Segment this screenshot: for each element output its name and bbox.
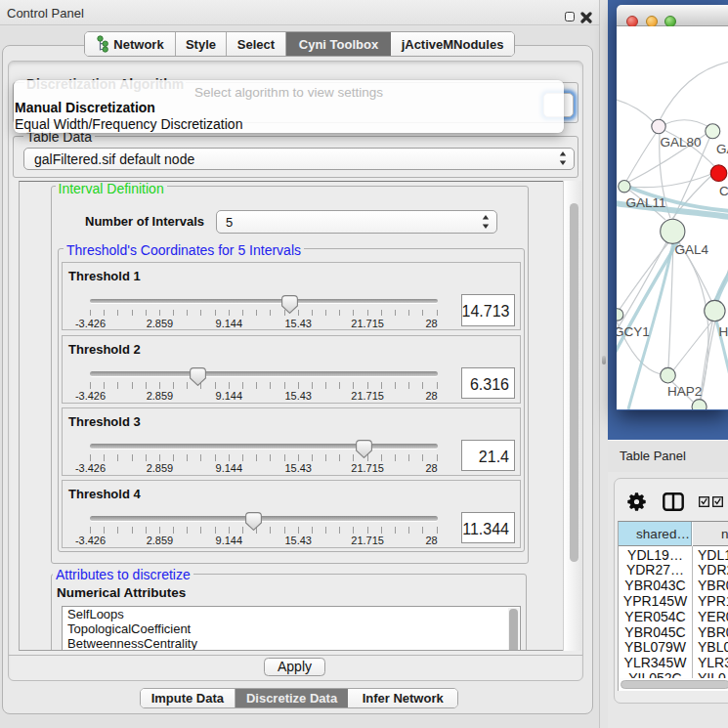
svg-text:GAL11: GAL11 bbox=[626, 195, 666, 210]
svg-text:GAL80: GAL80 bbox=[661, 135, 702, 150]
svg-text:HAP2: HAP2 bbox=[667, 384, 702, 399]
svg-text:GAL4: GAL4 bbox=[675, 242, 709, 257]
svg-text:GCY1: GCY1 bbox=[617, 324, 650, 339]
svg-text:CRP: CRP bbox=[719, 184, 728, 198]
svg-text:HAP: HAP bbox=[719, 324, 728, 339]
svg-text:GAL3: GAL3 bbox=[716, 142, 728, 156]
